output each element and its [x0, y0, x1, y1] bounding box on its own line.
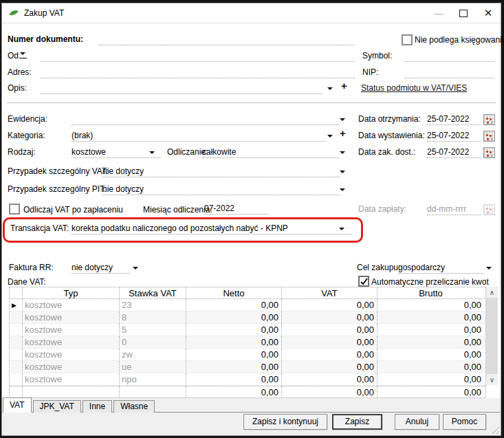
auto-przeliczanie-checkbox[interactable] [358, 276, 369, 287]
table-row[interactable]: kosztowe80,000,000,00 [10, 311, 485, 324]
od-dropdown-label[interactable]: Od [8, 50, 27, 61]
transakcja-vat-dropdown-arrow-icon[interactable] [339, 228, 344, 230]
cell-stawka[interactable]: 8 [120, 311, 186, 324]
save-button[interactable]: Zapisz [332, 414, 382, 430]
rodzaj-dropdown-arrow-icon[interactable] [149, 151, 155, 154]
cell-netto[interactable]: 0,00 [186, 361, 282, 373]
faktura-rr-combo[interactable]: nie dotyczy [72, 262, 130, 274]
cell-netto[interactable]: 0,00 [186, 336, 282, 349]
cell-typ[interactable]: kosztowe [23, 349, 120, 361]
maximize-icon[interactable] [451, 3, 476, 23]
cell-netto[interactable]: 0,00 [186, 299, 282, 311]
cell-netto[interactable]: 0,00 [186, 324, 282, 336]
cell-stawka[interactable]: zw [120, 349, 186, 361]
cell-stawka[interactable]: ue [120, 361, 186, 373]
table-scrollbar[interactable]: ∧ ∨ [486, 287, 498, 385]
help-button[interactable]: Pomoc [443, 414, 486, 430]
cell-typ[interactable]: kosztowe [23, 361, 120, 373]
przypadek-vat-dropdown-arrow-icon[interactable] [340, 171, 345, 173]
cell-brutto[interactable]: 0,00 [377, 361, 484, 373]
cell-typ[interactable]: kosztowe [23, 336, 120, 349]
opis-add-icon[interactable]: + [341, 81, 347, 91]
vat-vies-status-link[interactable]: Status podmiotu w VAT/VIES [361, 83, 467, 94]
cell-brutto[interactable]: 0,00 [377, 373, 484, 386]
odliczanie-combo[interactable]: całkowite [202, 146, 340, 158]
opis-label: Opis: [8, 83, 27, 94]
rodzaj-combo[interactable]: kosztowe [72, 146, 160, 158]
kategoria-add-icon[interactable]: + [340, 129, 346, 138]
adres-input[interactable] [41, 67, 355, 78]
faktura-rr-dropdown-arrow-icon[interactable] [133, 267, 138, 270]
cell-netto[interactable]: 0,00 [186, 311, 282, 324]
transakcja-vat-combo[interactable]: korekta podatku naliczonego od pozostały… [72, 223, 351, 234]
opis-input[interactable] [41, 83, 322, 94]
opis-dropdown-arrow-icon[interactable] [327, 87, 333, 90]
cancel-button[interactable]: Anuluj [395, 414, 439, 430]
cell-brutto[interactable]: 0,00 [377, 299, 484, 311]
data-zaplaty-input[interactable]: dd-mm-rrrr [427, 204, 481, 215]
table-row[interactable]: kosztowenpo0,000,000,00 [10, 373, 485, 386]
cell-vat[interactable]: 0,00 [282, 311, 377, 324]
nip-input[interactable] [405, 67, 494, 78]
resize-grip-icon[interactable] [490, 425, 499, 434]
przypadek-vat-combo[interactable]: nie dotyczy [102, 166, 340, 177]
scrollbar-thumb[interactable] [486, 298, 498, 374]
cell-netto[interactable]: 0,00 [186, 349, 282, 361]
cell-typ[interactable]: kosztowe [23, 299, 120, 311]
data-zak-dost-input[interactable]: 25-07-2022 [427, 146, 481, 158]
cell-vat[interactable]: 0,00 [282, 299, 377, 311]
table-row[interactable]: kosztowe50,000,000,00 [10, 324, 485, 336]
cell-netto[interactable]: 0,00 [186, 373, 282, 386]
calendar-icon[interactable] [483, 131, 495, 142]
tab-inne[interactable]: Inne [83, 400, 112, 413]
cell-typ[interactable]: kosztowe [23, 324, 120, 336]
calendar-icon[interactable] [483, 114, 495, 125]
scrollbar-up-icon[interactable]: ∧ [486, 287, 498, 298]
cel-zakupu-dropdown-arrow-icon[interactable] [486, 267, 492, 270]
numer-dokumentu-input[interactable] [99, 34, 355, 45]
table-row[interactable]: kosztowe00,000,000,00 [10, 336, 485, 349]
symbol-input[interactable] [405, 50, 494, 62]
cell-stawka[interactable]: npo [120, 373, 186, 386]
odliczanie-dropdown-arrow-icon[interactable] [340, 151, 345, 154]
odliczaj-vat-checkbox[interactable] [9, 204, 20, 215]
cell-brutto[interactable]: 0,00 [377, 336, 484, 349]
cell-typ[interactable]: kosztowe [23, 373, 120, 386]
przypadek-pit-combo[interactable]: nie dotyczy [102, 184, 340, 195]
cell-stawka[interactable]: 0 [120, 336, 186, 349]
kategoria-dropdown-arrow-icon[interactable] [327, 135, 333, 138]
ewidencja-combo[interactable] [72, 113, 340, 125]
cell-vat[interactable]: 0,00 [282, 336, 377, 349]
miesiac-odliczenia-input[interactable]: 07-2022 [204, 203, 269, 215]
scrollbar-down-icon[interactable]: ∨ [486, 374, 498, 385]
cell-vat[interactable]: 0,00 [282, 349, 377, 361]
table-row[interactable]: ▶kosztowe230,000,000,00 [10, 299, 485, 311]
cell-vat[interactable]: 0,00 [282, 373, 377, 386]
cel-zakupu-combo[interactable]: gospodarczy [398, 262, 483, 274]
cell-brutto[interactable]: 0,00 [377, 324, 484, 336]
od-input[interactable] [41, 50, 355, 62]
cell-brutto[interactable]: 0,00 [377, 349, 484, 361]
save-continue-button[interactable]: Zapisz i kontynuuj [243, 414, 327, 430]
table-row[interactable]: kosztoweue0,000,000,00 [10, 361, 485, 373]
close-icon[interactable]: ✕ [476, 3, 501, 23]
cell-brutto[interactable]: 0,00 [377, 311, 484, 324]
data-wystawienia-input[interactable]: 25-07-2022 [427, 130, 481, 142]
minimize-icon[interactable]: — [426, 3, 451, 23]
tab-vat[interactable]: VAT [3, 397, 32, 413]
calendar-icon[interactable] [483, 147, 495, 158]
cell-vat[interactable]: 0,00 [282, 324, 377, 336]
nie-podlega-checkbox[interactable] [402, 34, 413, 45]
tab-jpk-vat[interactable]: JPK_VAT [33, 400, 81, 413]
faktura-rr-label: Faktura RR: [9, 262, 54, 273]
ewidencja-dropdown-arrow-icon[interactable] [340, 118, 345, 121]
cell-typ[interactable]: kosztowe [23, 311, 120, 324]
kategoria-combo[interactable]: (brak) [72, 130, 325, 142]
data-otrzymania-input[interactable]: 25-07-2022 [427, 113, 481, 125]
przypadek-pit-dropdown-arrow-icon[interactable] [340, 188, 345, 191]
tab-wlasne[interactable]: Własne [113, 400, 155, 413]
cell-vat[interactable]: 0,00 [282, 361, 377, 373]
table-row[interactable]: kosztowezw0,000,000,00 [10, 349, 485, 361]
cell-stawka[interactable]: 5 [120, 324, 186, 336]
cell-stawka[interactable]: 23 [120, 299, 186, 311]
